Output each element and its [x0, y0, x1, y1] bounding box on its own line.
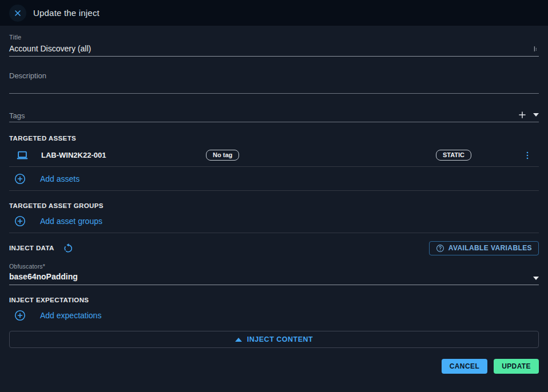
tags-field-label: Tags [9, 111, 25, 120]
tags-dropdown-button[interactable] [533, 113, 539, 117]
inject-content-label: INJECT CONTENT [247, 335, 313, 343]
obfuscators-field: Obfuscators* base64noPadding [9, 263, 539, 285]
asset-tag-chip: No tag [206, 150, 239, 161]
obfuscators-select[interactable]: base64noPadding [9, 270, 539, 285]
add-expectations-link[interactable]: Add expectations [40, 311, 101, 320]
inject-expectations-heading: INJECT EXPECTATIONS [9, 297, 539, 303]
add-circle-icon [14, 309, 26, 322]
asset-menu-button[interactable] [521, 148, 534, 163]
targeted-assets-heading: TARGETED ASSETS [9, 135, 539, 142]
chevron-down-icon [533, 113, 539, 117]
title-field: Title Account Discovery (all) [9, 34, 539, 57]
help-circle-icon [436, 244, 444, 253]
tags-field: Tags [9, 110, 539, 122]
add-expectations-row[interactable]: Add expectations [9, 303, 539, 327]
update-button[interactable]: UPDATE [494, 359, 539, 374]
kebab-menu-icon [523, 150, 532, 161]
add-circle-icon [14, 215, 26, 227]
title-input-value: Account Discovery (all) [9, 44, 91, 53]
dialog-title: Update the inject [33, 8, 100, 18]
obfuscators-field-label: Obfuscators* [9, 263, 539, 270]
title-input[interactable]: Account Discovery (all) [9, 41, 539, 57]
description-field-label: Description [9, 71, 539, 80]
plus-icon [517, 110, 527, 120]
endpoint-laptop-icon [16, 149, 29, 162]
add-asset-groups-link[interactable]: Add asset groups [40, 217, 102, 226]
reset-defaults-button[interactable] [62, 242, 75, 254]
cancel-button[interactable]: CANCEL [442, 359, 487, 374]
inject-data-heading: INJECT DATA [9, 245, 54, 251]
title-field-label: Title [9, 34, 539, 41]
asset-mode-chip: STATIC [436, 150, 471, 161]
tags-input[interactable]: Tags [9, 110, 539, 122]
inject-content-toggle[interactable]: INJECT CONTENT [9, 331, 539, 348]
obfuscators-selected-value: base64noPadding [9, 272, 78, 281]
targeted-asset-groups-heading: TARGETED ASSET GROUPS [9, 202, 539, 209]
description-input[interactable] [9, 80, 539, 94]
add-asset-groups-row[interactable]: Add asset groups [9, 209, 539, 233]
inject-data-header: INJECT DATA AVAILABLE VARIABLES [9, 240, 539, 256]
asset-row[interactable]: LAB-WIN2K22-001 No tag STATIC [9, 144, 539, 167]
inject-form: Title Account Discovery (all) Descriptio… [0, 26, 548, 374]
dialog-header: Update the inject [0, 0, 548, 26]
chevron-up-icon [235, 338, 242, 342]
add-tag-button[interactable] [517, 110, 527, 120]
add-assets-link[interactable]: Add assets [40, 174, 80, 183]
dialog-actions: CANCEL UPDATE [9, 359, 539, 374]
chevron-down-icon [533, 277, 539, 280]
available-variables-label: AVAILABLE VARIABLES [448, 244, 532, 252]
available-variables-button[interactable]: AVAILABLE VARIABLES [429, 241, 539, 255]
cursor-icon [531, 45, 539, 53]
asset-name: LAB-WIN2K22-001 [41, 151, 206, 159]
description-field: Description [9, 71, 539, 94]
rotate-left-icon [63, 243, 74, 253]
add-circle-icon [14, 173, 26, 185]
close-icon [13, 9, 22, 18]
close-button[interactable] [9, 5, 26, 22]
add-assets-row[interactable]: Add assets [9, 167, 539, 191]
